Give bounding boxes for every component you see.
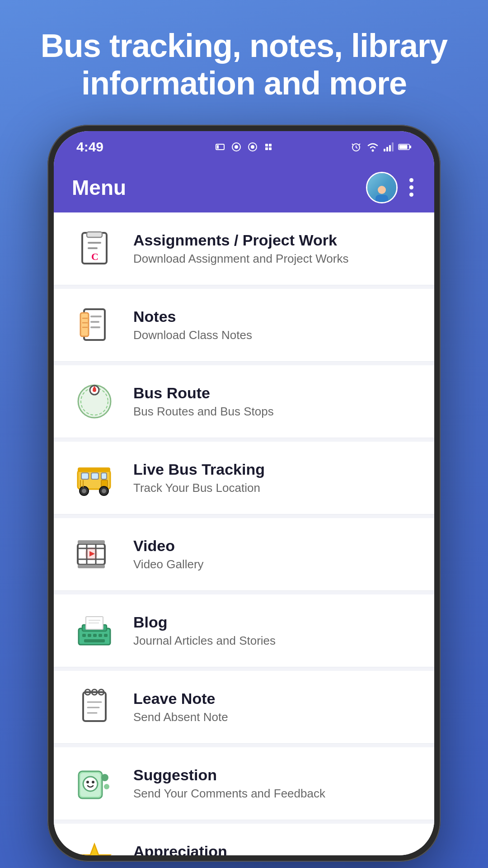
status-center-icons	[215, 142, 273, 152]
video-subtitle: Video Gallery	[133, 557, 416, 571]
status-icon-1	[215, 142, 225, 152]
phone-screen: 4:49 Menu	[54, 131, 434, 855]
notes-icon	[72, 302, 117, 348]
assignments-subtitle: Download Assignment and Project Works	[133, 252, 416, 266]
appreciation-title: Appreciation	[133, 843, 416, 855]
svg-rect-16	[384, 149, 385, 151]
svg-rect-22	[409, 146, 411, 148]
svg-rect-9	[269, 147, 272, 150]
menu-item-appreciation[interactable]: Appreciation Let Us Know Your Gratitude	[54, 824, 434, 855]
svg-rect-71	[84, 639, 105, 642]
svg-point-15	[372, 149, 374, 151]
svg-line-13	[352, 144, 353, 145]
phone-frame: 4:49 Menu	[47, 125, 441, 862]
svg-rect-69	[99, 634, 102, 637]
svg-rect-43	[91, 473, 99, 479]
svg-point-83	[92, 781, 94, 783]
live-bus-icon	[72, 455, 117, 500]
svg-rect-17	[386, 147, 388, 151]
svg-rect-41	[78, 467, 110, 472]
menu-item-leave-note[interactable]: Leave Note Send Absent Note	[54, 671, 434, 744]
svg-point-85	[104, 784, 109, 789]
svg-line-14	[359, 144, 360, 145]
svg-point-5	[251, 145, 254, 149]
svg-rect-35	[90, 326, 100, 328]
svg-rect-59	[78, 540, 105, 544]
menu-item-suggestion[interactable]: Suggestion Send Your Comments and Feedba…	[54, 747, 434, 820]
svg-point-81	[83, 777, 98, 791]
user-avatar[interactable]	[366, 172, 398, 203]
suggestion-icon	[72, 761, 117, 806]
menu-item-video[interactable]: Video Video Gallery	[54, 518, 434, 591]
svg-rect-25	[88, 242, 101, 244]
svg-point-39	[93, 388, 96, 392]
signal-icon	[384, 142, 394, 151]
wifi-icon	[366, 142, 379, 152]
blog-icon	[72, 608, 117, 653]
svg-rect-72	[83, 692, 106, 721]
svg-rect-29	[80, 313, 89, 336]
blog-title: Blog	[133, 613, 416, 631]
svg-rect-33	[90, 316, 102, 317]
svg-marker-86	[79, 844, 110, 855]
alarm-icon	[350, 141, 362, 153]
svg-rect-44	[101, 473, 107, 479]
svg-rect-66	[82, 634, 86, 637]
battery-icon	[398, 143, 412, 151]
status-bar: 4:49	[54, 131, 434, 163]
menu-list: C Assignments / Project Work Download As…	[54, 212, 434, 855]
svg-text:C: C	[91, 251, 99, 262]
menu-item-notes[interactable]: Notes Download Class Notes	[54, 289, 434, 362]
hero-title: Bus tracking, notes, library information…	[0, 0, 488, 125]
svg-rect-60	[78, 565, 105, 568]
svg-rect-21	[399, 145, 408, 149]
svg-rect-26	[88, 247, 98, 249]
status-icon-2	[231, 142, 242, 152]
leave-note-icon	[72, 684, 117, 730]
app-bar-title: Menu	[72, 175, 366, 200]
menu-item-live-bus[interactable]: Live Bus Tracking Track Your Bus Locatio…	[54, 442, 434, 514]
status-time: 4:49	[76, 139, 103, 155]
svg-point-47	[82, 489, 86, 493]
hero-section: Bus tracking, notes, library information…	[0, 0, 488, 125]
appreciation-icon	[72, 837, 117, 855]
svg-point-3	[235, 145, 238, 149]
suggestion-subtitle: Send Your Comments and Feedback	[133, 787, 416, 801]
svg-rect-1	[217, 145, 219, 149]
status-icon-3	[247, 142, 258, 152]
svg-rect-6	[265, 144, 268, 146]
svg-rect-18	[389, 145, 391, 151]
app-bar: Menu	[54, 163, 434, 212]
menu-item-blog[interactable]: Blog Journal Articles and Stories	[54, 594, 434, 667]
suggestion-title: Suggestion	[133, 766, 416, 784]
bus-route-icon	[72, 379, 117, 424]
svg-rect-67	[88, 634, 91, 637]
bus-route-title: Bus Route	[133, 384, 416, 402]
menu-item-bus-route[interactable]: Bus Route Bus Routes and Bus Stops	[54, 365, 434, 438]
svg-rect-8	[265, 147, 268, 150]
status-right-icons	[350, 141, 412, 153]
live-bus-subtitle: Track Your Bus Location	[133, 481, 416, 495]
live-bus-title: Live Bus Tracking	[133, 461, 416, 478]
blog-subtitle: Journal Articles and Stories	[133, 634, 416, 648]
status-slack-icon	[263, 142, 273, 152]
svg-point-82	[86, 781, 89, 783]
svg-point-49	[102, 489, 106, 493]
svg-rect-24	[87, 232, 102, 237]
notes-subtitle: Download Class Notes	[133, 328, 416, 342]
assignment-icon: C	[72, 226, 117, 271]
leave-note-subtitle: Send Absent Note	[133, 710, 416, 724]
bus-route-subtitle: Bus Routes and Bus Stops	[133, 405, 416, 419]
more-options-button[interactable]	[407, 175, 416, 200]
svg-rect-68	[93, 634, 97, 637]
svg-rect-34	[90, 321, 99, 323]
svg-point-84	[101, 774, 108, 781]
svg-rect-70	[104, 634, 108, 637]
menu-item-assignments[interactable]: C Assignments / Project Work Download As…	[54, 212, 434, 285]
notes-title: Notes	[133, 308, 416, 326]
svg-rect-7	[269, 144, 272, 146]
video-title: Video	[133, 537, 416, 555]
svg-line-12	[356, 147, 357, 148]
svg-rect-42	[81, 473, 89, 479]
svg-rect-19	[392, 142, 394, 151]
